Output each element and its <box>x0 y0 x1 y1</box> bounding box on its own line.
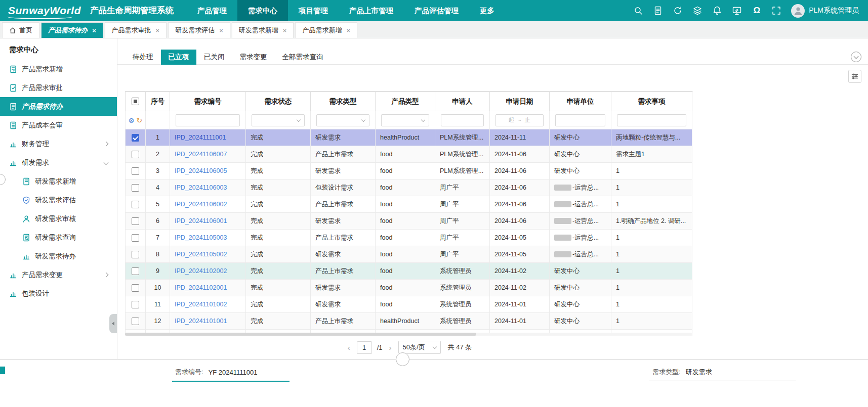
search-icon[interactable] <box>633 6 643 16</box>
filter-subject-input[interactable] <box>617 114 686 126</box>
fullscreen-icon[interactable] <box>771 6 781 16</box>
row-checkbox[interactable] <box>132 184 139 192</box>
panel-resize-handle[interactable] <box>396 352 409 366</box>
row-select-cell[interactable] <box>126 196 146 213</box>
reset-filters-icon[interactable] <box>137 116 143 124</box>
table-row[interactable]: 8IPD_20241105002完成研发需求food周广平2024-11-05-… <box>126 246 692 263</box>
bell-icon[interactable] <box>712 6 722 16</box>
table-row[interactable]: 3IPD_20241106005完成研发需求foodPLM系统管理...2024… <box>126 163 692 179</box>
next-page-button[interactable]: › <box>388 343 393 352</box>
col-date[interactable]: 申请日期 <box>490 92 550 111</box>
request-no-link[interactable]: IPD_20241105002 <box>175 251 227 258</box>
table-row[interactable]: 7IPD_20241105003完成产品上市需求food周广平2024-11-0… <box>126 230 692 246</box>
table-row[interactable]: 5IPD_20241106002完成产品上市需求food周广平2024-11-0… <box>126 196 692 213</box>
support-icon[interactable] <box>752 6 762 16</box>
table-row[interactable]: 1IPD_20241111001完成研发需求healthProductPLM系统… <box>126 129 692 146</box>
row-select-cell[interactable] <box>126 179 146 196</box>
sidebar-item-rd-req-review[interactable]: 研发需求审核 <box>0 209 117 228</box>
close-icon[interactable] <box>92 27 96 34</box>
document-icon[interactable] <box>653 6 663 16</box>
close-icon[interactable] <box>219 27 223 34</box>
current-page-box[interactable]: 1 <box>357 341 372 354</box>
row-select-cell[interactable] <box>126 230 146 246</box>
request-no-link[interactable]: IPD_20241102002 <box>175 267 227 275</box>
sidebar-item-product-req-approve[interactable]: 产品需求审批 <box>0 78 117 97</box>
col-request-no[interactable]: 需求编号 <box>170 92 246 111</box>
filter-unit-input[interactable] <box>555 114 605 126</box>
row-checkbox[interactable] <box>132 284 139 292</box>
sidebar-item-product-req-change[interactable]: 产品需求变更 <box>0 265 117 284</box>
menu-item-requirement-center[interactable]: 需求中心 <box>237 0 288 21</box>
menu-item-launch-mgmt[interactable]: 产品上市管理 <box>339 0 404 21</box>
request-no-link[interactable]: IPD_20241101001 <box>175 318 227 325</box>
request-no-link[interactable]: IPD_20241102001 <box>175 284 227 291</box>
close-icon[interactable] <box>346 27 350 34</box>
prev-page-button[interactable]: ‹ <box>346 343 352 352</box>
table-row[interactable]: 6IPD_20241106001完成研发需求food周广平2024-11-06-… <box>126 213 692 230</box>
scrollbar-thumb[interactable] <box>125 333 476 336</box>
sidebar-item-finance-mgmt[interactable]: 财务管理 <box>0 134 117 153</box>
row-checkbox[interactable] <box>132 301 139 308</box>
col-seq[interactable]: 序号 <box>146 92 170 111</box>
table-row[interactable]: 2IPD_20241106007完成产品上市需求foodPLM系统管理...20… <box>126 146 692 163</box>
select-all-checkbox[interactable] <box>132 98 139 105</box>
monitor-edit-icon[interactable] <box>732 6 742 16</box>
view-tab-change[interactable]: 需求变更 <box>232 50 275 65</box>
col-product-type[interactable]: 产品类型 <box>376 92 435 111</box>
table-row[interactable]: 10IPD_20241102001完成研发需求food系统管理员2024-11-… <box>126 280 692 296</box>
request-no-link[interactable]: IPD_20241106003 <box>175 184 227 191</box>
table-row[interactable]: 4IPD_20241106003完成包装设计需求food周广平2024-11-0… <box>126 179 692 196</box>
clear-selection-icon[interactable] <box>129 116 135 124</box>
view-tab-pending[interactable]: 待处理 <box>125 50 161 65</box>
table-row[interactable]: 9IPD_20241102002完成产品上市需求food系统管理员2024-11… <box>126 263 692 280</box>
sidebar-item-product-cost-review[interactable]: 产品成本会审 <box>0 116 117 134</box>
row-select-cell[interactable] <box>126 313 146 330</box>
row-checkbox[interactable] <box>132 134 139 142</box>
filter-request-no-input[interactable] <box>176 114 240 126</box>
row-select-cell[interactable] <box>126 296 146 313</box>
menu-item-more[interactable]: 更多 <box>469 0 505 21</box>
collapse-panel-icon[interactable] <box>851 52 861 62</box>
layers-icon[interactable] <box>692 6 702 16</box>
user-chip[interactable]: PLM系统管理员 <box>791 4 859 18</box>
view-tab-approved[interactable]: 已立项 <box>161 50 197 65</box>
row-checkbox[interactable] <box>132 201 139 208</box>
row-select-cell[interactable] <box>126 213 146 230</box>
col-unit[interactable]: 申请单位 <box>550 92 611 111</box>
request-no-link[interactable]: IPD_20241105003 <box>175 234 227 241</box>
tab-home[interactable]: 首页 <box>2 22 39 38</box>
row-select-cell[interactable] <box>126 146 146 163</box>
col-applicant[interactable]: 申请人 <box>435 92 490 111</box>
row-checkbox[interactable] <box>132 234 139 242</box>
row-select-cell[interactable] <box>126 246 146 263</box>
request-no-link[interactable]: IPD_20241106002 <box>175 201 227 208</box>
tab-product-req-approve[interactable]: 产品需求审批 <box>105 22 167 38</box>
view-tab-closed[interactable]: 已关闭 <box>196 50 232 65</box>
logo[interactable]: SunwayWorld <box>0 5 90 17</box>
menu-item-product-mgmt[interactable]: 产品管理 <box>187 0 237 21</box>
table-row[interactable]: 12IPD_20241101001完成产品上市需求healthProduct系统… <box>126 313 692 330</box>
request-no-link[interactable]: IPD_20241111001 <box>175 134 226 141</box>
sidebar-item-rd-req-query[interactable]: 研发需求查询 <box>0 228 117 247</box>
row-select-cell[interactable] <box>126 280 146 296</box>
row-checkbox[interactable] <box>132 167 139 175</box>
table-settings-icon[interactable] <box>848 70 861 83</box>
col-subject[interactable]: 需求事项 <box>611 92 692 111</box>
page-size-select[interactable]: 50条/页 <box>398 341 441 354</box>
sidebar-item-rd-req-new[interactable]: 研发需求新增 <box>0 172 117 191</box>
tab-product-req-new[interactable]: 产品需求新增 <box>295 22 357 38</box>
col-type[interactable]: 需求类型 <box>311 92 376 111</box>
request-no-link[interactable]: IPD_20241106001 <box>175 217 227 224</box>
request-no-link[interactable]: IPD_20241101002 <box>175 301 227 308</box>
row-checkbox[interactable] <box>132 217 139 225</box>
row-checkbox[interactable] <box>132 151 139 158</box>
row-select-cell[interactable] <box>126 163 146 179</box>
table-row[interactable]: 11IPD_20241101002完成研发需求food系统管理员2024-11-… <box>126 296 692 313</box>
filter-product-type-select[interactable] <box>381 114 429 126</box>
request-no-link[interactable]: IPD_20241106005 <box>175 167 227 174</box>
sidebar-item-product-req-new[interactable]: 产品需求新增 <box>0 60 117 78</box>
tab-rd-req-new[interactable]: 研发需求新增 <box>232 22 294 38</box>
tab-rd-req-evaluate[interactable]: 研发需求评估 <box>168 22 230 38</box>
filter-applicant-input[interactable] <box>441 114 484 126</box>
col-status[interactable]: 需求状态 <box>246 92 311 111</box>
